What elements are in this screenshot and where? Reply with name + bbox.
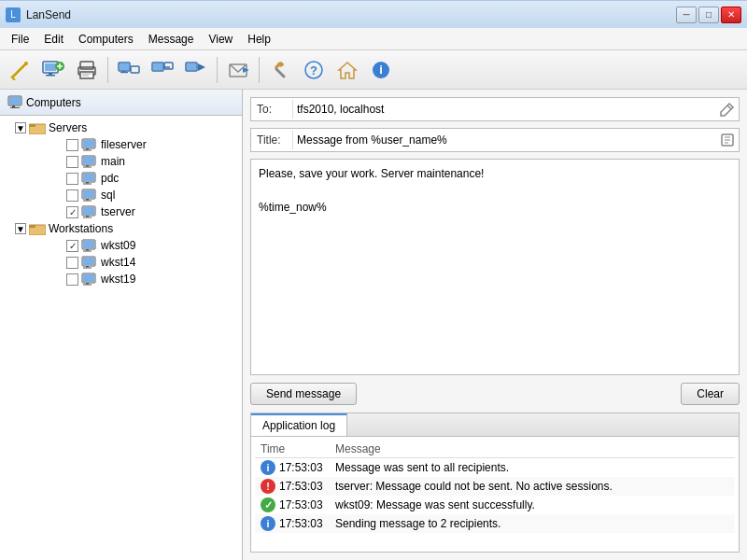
tree-node-sql[interactable]: sql	[0, 187, 242, 203]
monitor-icon	[81, 205, 98, 218]
checkbox-tserver[interactable]: ✓	[66, 206, 78, 218]
svg-rect-53	[83, 184, 92, 185]
wand-icon[interactable]	[4, 54, 35, 86]
minimize-button[interactable]: ─	[676, 7, 697, 23]
wrench-icon[interactable]	[264, 54, 296, 86]
svg-rect-51	[83, 174, 94, 181]
success-log-icon: ✓	[261, 497, 275, 512]
svg-text:i: i	[379, 63, 383, 77]
menu-view[interactable]: View	[201, 31, 240, 48]
error-log-icon: !	[261, 479, 275, 494]
close-button[interactable]: ✕	[721, 7, 741, 23]
svg-rect-22	[153, 63, 162, 70]
tab-application-log[interactable]: Application log	[251, 413, 347, 436]
print-icon[interactable]	[71, 54, 103, 86]
main-container: Computers ▼ Servers fileserver	[0, 90, 747, 560]
svg-rect-49	[83, 167, 92, 168]
network3-icon[interactable]	[180, 54, 212, 86]
send-message-button[interactable]: Send message	[250, 383, 357, 405]
network2-icon[interactable]	[147, 54, 178, 86]
svg-rect-52	[86, 182, 89, 184]
checkbox-main[interactable]	[66, 156, 78, 168]
title-value[interactable]: Message from %user_name%	[292, 131, 716, 149]
menu-computers[interactable]: Computers	[71, 31, 141, 48]
to-label: To:	[251, 100, 292, 119]
message-area[interactable]: Please, save your work. Server maintenan…	[250, 159, 740, 375]
checkbox-sql[interactable]	[66, 189, 78, 202]
main-label: main	[101, 155, 125, 168]
expand-servers[interactable]: ▼	[15, 122, 26, 133]
servers-label: Servers	[49, 121, 87, 134]
monitor-icon	[81, 273, 98, 286]
svg-rect-45	[83, 150, 92, 151]
svg-rect-70	[86, 266, 89, 268]
log-section: Application log Time Message i 17:53:03 …	[250, 413, 740, 553]
home-icon[interactable]	[331, 54, 363, 86]
log-table-header: Time Message	[255, 441, 735, 458]
tree-node-wkst09[interactable]: ✓ wkst09	[0, 237, 242, 254]
tree-node-pdc[interactable]: pdc	[0, 170, 242, 187]
help-circle-icon[interactable]: ?	[298, 54, 330, 86]
checkbox-fileserver[interactable]	[66, 139, 78, 151]
right-panel: To: tfs2010, localhost Title: Message fr…	[243, 90, 747, 560]
tree-node-wkst19[interactable]: wkst19	[0, 271, 242, 287]
monitor-tab-icon	[7, 95, 22, 110]
to-value: tfs2010, localhost	[292, 100, 716, 119]
menu-edit[interactable]: Edit	[36, 31, 71, 48]
svg-rect-47	[83, 157, 94, 164]
svg-rect-39	[10, 107, 20, 108]
computers-tab-label: Computers	[26, 96, 81, 109]
log-message: wkst09: Message was sent successfully.	[335, 498, 729, 511]
log-time: 17:53:03	[279, 480, 335, 493]
svg-rect-69	[83, 258, 94, 265]
svg-marker-33	[339, 63, 356, 78]
monitor-icon	[81, 172, 98, 185]
tree-node-fileserver[interactable]: fileserver	[0, 136, 242, 153]
computers-tab[interactable]: Computers	[0, 90, 242, 116]
tree-container: ▼ Servers fileserver	[0, 116, 242, 560]
log-col-message: Message	[335, 442, 729, 455]
tree-node-wkst14[interactable]: wkst14	[0, 254, 242, 271]
svg-rect-38	[12, 105, 15, 107]
checkbox-wkst19[interactable]	[66, 273, 78, 286]
info-circle-icon[interactable]: i	[365, 54, 397, 86]
log-row: ✓ 17:53:03 wkst09: Message was sent succ…	[255, 496, 735, 514]
wkst09-label: wkst09	[101, 239, 135, 252]
toolbar: ? i	[0, 50, 747, 90]
to-edit-button[interactable]	[716, 98, 739, 120]
svg-rect-71	[83, 268, 92, 269]
tree-node-servers[interactable]: ▼ Servers	[0, 119, 242, 136]
log-row: ! 17:53:03 tserver: Message could not be…	[255, 477, 735, 496]
log-tab-bar: Application log	[251, 413, 739, 437]
add-computer-icon[interactable]	[37, 54, 69, 86]
network1-icon[interactable]	[113, 54, 145, 86]
send-icon[interactable]	[222, 54, 254, 86]
checkbox-pdc[interactable]	[66, 173, 78, 185]
menu-message[interactable]: Message	[141, 31, 202, 48]
clear-button[interactable]: Clear	[681, 383, 740, 405]
menu-file[interactable]: File	[4, 31, 36, 48]
tree-node-tserver[interactable]: ✓ tserver	[0, 203, 242, 220]
message-line-2: %time_now%	[259, 199, 731, 216]
expand-workstations[interactable]: ▼	[15, 223, 26, 234]
checkbox-wkst14[interactable]	[66, 257, 78, 269]
svg-line-1	[11, 77, 15, 80]
maximize-button[interactable]: □	[698, 7, 719, 23]
svg-point-2	[24, 62, 28, 65]
svg-rect-56	[86, 199, 89, 201]
toolbar-separator-1	[107, 57, 108, 83]
menu-help[interactable]: Help	[240, 31, 278, 48]
svg-rect-59	[83, 207, 94, 215]
svg-rect-37	[9, 97, 21, 105]
log-row: i 17:53:03 Sending message to 2 recipien…	[255, 514, 735, 533]
title-edit-button[interactable]	[716, 129, 739, 151]
checkbox-wkst09[interactable]: ✓	[66, 240, 78, 252]
tree-node-workstations[interactable]: ▼ Workstations	[0, 220, 242, 237]
tree-node-main[interactable]: main	[0, 153, 242, 170]
svg-rect-5	[49, 73, 52, 75]
svg-rect-19	[131, 66, 139, 73]
svg-rect-63	[29, 225, 35, 228]
app-icon: L	[6, 7, 21, 22]
toolbar-separator-2	[217, 57, 218, 83]
info-log-icon: i	[261, 516, 275, 531]
